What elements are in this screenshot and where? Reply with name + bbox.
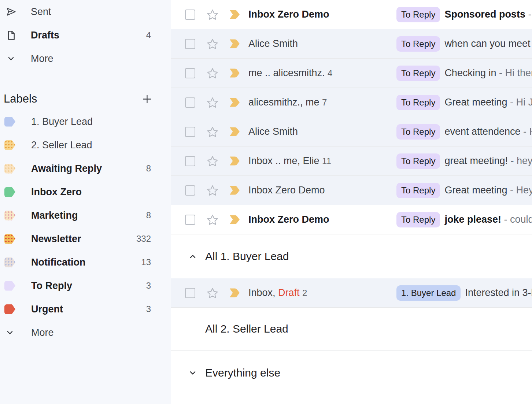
select-checkbox[interactable] — [185, 288, 195, 298]
sidebar-label-notification[interactable]: Notification 13 — [0, 251, 171, 274]
select-checkbox[interactable] — [185, 127, 195, 137]
label-badge[interactable]: To Reply — [396, 66, 440, 81]
label-name: Notification — [31, 257, 86, 268]
label-name: Newsletter — [31, 233, 81, 245]
label-badge[interactable]: To Reply — [396, 7, 440, 22]
email-row[interactable]: Inbox Zero Demo To Reply Sponsored posts… — [171, 0, 532, 29]
email-row[interactable]: Inbox Zero Demo To Reply joke please! - … — [171, 205, 532, 234]
email-subject: Great meeting - Hey — [444, 185, 532, 196]
label-badge[interactable]: To Reply — [396, 124, 440, 140]
label-name: Urgent — [31, 304, 63, 315]
email-subject: Great meeting - Hi J — [444, 97, 532, 108]
email-row[interactable]: me .. alicesmithz. 4 To Reply Checking i… — [171, 59, 532, 88]
importance-marker-icon[interactable] — [229, 97, 241, 107]
sidebar-label-buyer-lead[interactable]: 1. Buyer Lead — [0, 110, 171, 133]
sidebar-item-more-top[interactable]: More — [0, 47, 171, 70]
importance-marker-icon[interactable] — [229, 127, 241, 137]
label-tag-icon — [4, 117, 15, 127]
email-sender: Inbox, Draft 2 — [248, 287, 396, 299]
select-checkbox[interactable] — [185, 215, 195, 225]
select-checkbox[interactable] — [185, 156, 195, 166]
sidebar-label-awaiting-reply[interactable]: Awaiting Reply 8 — [0, 157, 171, 180]
email-sender: me .. alicesmithz. 4 — [248, 67, 396, 79]
label-badge[interactable]: To Reply — [396, 36, 440, 52]
label-name: 1. Buyer Lead — [31, 116, 93, 127]
label-badge[interactable]: To Reply — [396, 183, 440, 198]
sidebar-label-marketing[interactable]: Marketing 8 — [0, 204, 171, 227]
select-checkbox[interactable] — [185, 39, 195, 49]
label-tag-icon — [4, 281, 15, 291]
email-row[interactable]: Inbox Zero Demo To Reply Great meeting -… — [171, 176, 532, 205]
email-sender: alicesmithz., me 7 — [248, 97, 396, 108]
labels-header: Labels — [0, 88, 171, 110]
draft-indicator: Draft — [278, 287, 300, 298]
importance-marker-icon[interactable] — [229, 215, 241, 225]
mail-app-screen: Sent Drafts 4 More Labels 1. Buyer L — [0, 0, 532, 404]
label-badge[interactable]: To Reply — [396, 153, 440, 169]
importance-marker-icon[interactable] — [229, 39, 241, 49]
label-name: To Reply — [31, 280, 72, 292]
star-icon[interactable] — [206, 67, 219, 79]
sidebar-label-inbox-zero[interactable]: Inbox Zero — [0, 180, 171, 204]
star-icon[interactable] — [206, 9, 219, 21]
email-sender: Alice Smith — [248, 126, 396, 137]
importance-marker-icon[interactable] — [229, 288, 241, 298]
select-checkbox[interactable] — [185, 68, 195, 78]
label-count: 3 — [146, 304, 151, 314]
email-subject: Sponsored posts - — [444, 9, 532, 20]
label-count: 3 — [146, 281, 151, 291]
email-row-buyer-lead[interactable]: Inbox, Draft 2 1. Buyer Lead Interested … — [171, 278, 532, 308]
sidebar-item-label: More — [31, 53, 53, 64]
star-icon[interactable] — [206, 126, 219, 138]
sidebar-label-urgent[interactable]: Urgent 3 — [0, 297, 171, 321]
add-label-button[interactable] — [141, 93, 153, 105]
email-sender: Inbox .. me, Elie 11 — [248, 155, 396, 167]
label-count: 8 — [146, 163, 151, 174]
importance-marker-icon[interactable] — [229, 156, 241, 166]
star-icon[interactable] — [206, 185, 219, 196]
importance-marker-icon[interactable] — [229, 68, 241, 78]
email-sender: Alice Smith — [248, 38, 396, 49]
email-row[interactable]: Alice Smith To Reply when can you meet — [171, 29, 532, 59]
label-name: Marketing — [31, 210, 78, 221]
email-sender: Inbox Zero Demo — [248, 9, 396, 20]
email-subject: when can you meet — [444, 38, 532, 49]
section-title: All 2. Seller Lead — [205, 323, 288, 335]
star-icon[interactable] — [206, 214, 219, 226]
select-checkbox[interactable] — [185, 97, 195, 108]
star-icon[interactable] — [206, 155, 219, 167]
label-tag-icon — [4, 211, 15, 220]
sidebar-label-to-reply[interactable]: To Reply 3 — [0, 274, 171, 297]
sidebar: Sent Drafts 4 More Labels 1. Buyer L — [0, 0, 171, 404]
section-header-buyer-lead[interactable]: All 1. Buyer Lead — [171, 234, 532, 278]
label-name: Awaiting Reply — [31, 163, 102, 174]
sidebar-item-label: Sent — [31, 6, 51, 18]
label-count: 13 — [141, 257, 151, 267]
sidebar-item-sent[interactable]: Sent — [0, 0, 171, 23]
chevron-down-icon[interactable] — [187, 367, 199, 378]
email-row[interactable]: alicesmithz., me 7 To Reply Great meetin… — [171, 88, 532, 117]
email-row[interactable]: Alice Smith To Reply event attendence - … — [171, 117, 532, 147]
section-header-seller-lead[interactable]: All 2. Seller Lead — [171, 308, 532, 351]
send-icon — [5, 6, 17, 18]
importance-marker-icon[interactable] — [229, 10, 241, 19]
star-icon[interactable] — [206, 38, 219, 50]
label-count: 8 — [146, 210, 151, 220]
label-badge[interactable]: 1. Buyer Lead — [396, 285, 461, 301]
importance-marker-icon[interactable] — [229, 185, 241, 195]
label-badge[interactable]: To Reply — [396, 212, 440, 227]
chevron-up-icon[interactable] — [187, 251, 199, 262]
sidebar-label-newsletter[interactable]: Newsletter 332 — [0, 227, 171, 251]
label-badge[interactable]: To Reply — [396, 95, 440, 110]
star-icon[interactable] — [206, 287, 219, 299]
section-header-everything-else[interactable]: Everything else — [171, 351, 532, 395]
select-checkbox[interactable] — [185, 185, 195, 196]
sidebar-item-drafts[interactable]: Drafts 4 — [0, 23, 171, 47]
sidebar-item-more-labels[interactable]: More — [0, 321, 171, 344]
star-icon[interactable] — [206, 97, 219, 108]
select-checkbox[interactable] — [185, 10, 195, 20]
sidebar-label-seller-lead[interactable]: 2. Seller Lead — [0, 133, 171, 157]
label-name: More — [31, 327, 54, 338]
email-row[interactable]: Inbox .. me, Elie 11 To Reply great meet… — [171, 147, 532, 176]
section-title: Everything else — [205, 367, 280, 379]
